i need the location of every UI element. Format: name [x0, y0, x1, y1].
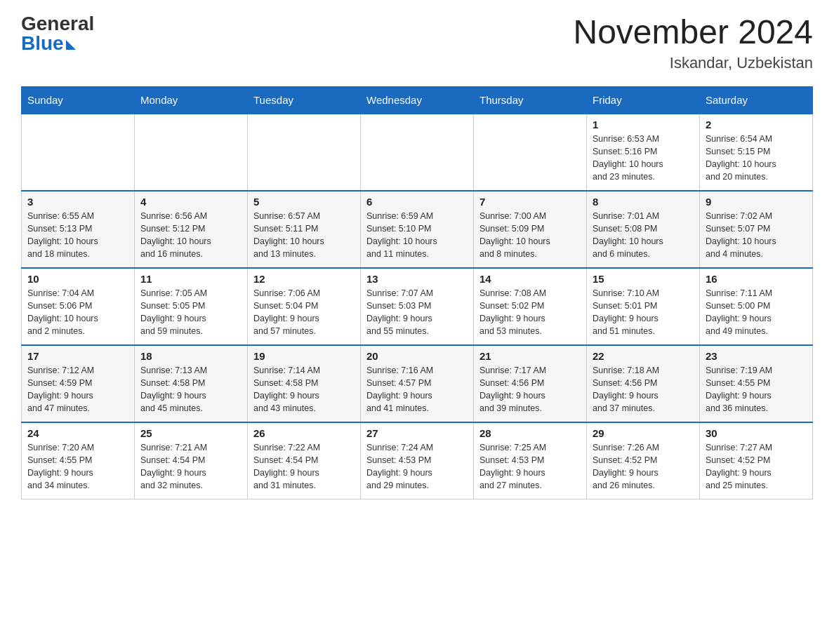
calendar-cell: 5Sunrise: 6:57 AMSunset: 5:11 PMDaylight…	[248, 191, 361, 268]
title-section: November 2024 Iskandar, Uzbekistan	[573, 14, 813, 72]
day-info: Sunrise: 7:01 AMSunset: 5:08 PMDaylight:…	[593, 210, 694, 261]
day-number: 1	[593, 119, 694, 130]
day-info: Sunrise: 7:11 AMSunset: 5:00 PMDaylight:…	[706, 287, 807, 338]
calendar-cell: 4Sunrise: 6:56 AMSunset: 5:12 PMDaylight…	[135, 191, 248, 268]
day-info: Sunrise: 7:08 AMSunset: 5:02 PMDaylight:…	[479, 287, 581, 338]
calendar-cell: 26Sunrise: 7:22 AMSunset: 4:54 PMDayligh…	[248, 422, 361, 499]
calendar-cell: 30Sunrise: 7:27 AMSunset: 4:52 PMDayligh…	[700, 422, 813, 499]
calendar-cell: 7Sunrise: 7:00 AMSunset: 5:09 PMDaylight…	[474, 191, 587, 268]
day-info: Sunrise: 7:10 AMSunset: 5:01 PMDaylight:…	[593, 287, 694, 338]
day-info: Sunrise: 7:04 AMSunset: 5:06 PMDaylight:…	[27, 287, 128, 338]
calendar-cell: 24Sunrise: 7:20 AMSunset: 4:55 PMDayligh…	[22, 422, 135, 499]
day-info: Sunrise: 7:16 AMSunset: 4:57 PMDaylight:…	[366, 364, 468, 415]
day-number: 10	[27, 273, 128, 285]
day-number: 2	[706, 119, 807, 130]
header-wednesday: Wednesday	[361, 86, 474, 114]
calendar-table: Sunday Monday Tuesday Wednesday Thursday…	[21, 86, 813, 500]
day-info: Sunrise: 7:18 AMSunset: 4:56 PMDaylight:…	[593, 364, 694, 415]
calendar-cell: 23Sunrise: 7:19 AMSunset: 4:55 PMDayligh…	[700, 345, 813, 422]
day-number: 9	[706, 196, 807, 208]
day-number: 12	[253, 273, 355, 285]
calendar-cell: 21Sunrise: 7:17 AMSunset: 4:56 PMDayligh…	[474, 345, 587, 422]
day-number: 3	[27, 196, 128, 208]
calendar-cell: 25Sunrise: 7:21 AMSunset: 4:54 PMDayligh…	[135, 422, 248, 499]
calendar-cell: 22Sunrise: 7:18 AMSunset: 4:56 PMDayligh…	[587, 345, 700, 422]
calendar-cell: 8Sunrise: 7:01 AMSunset: 5:08 PMDaylight…	[587, 191, 700, 268]
header-friday: Friday	[587, 86, 700, 114]
header-saturday: Saturday	[700, 86, 813, 114]
day-info: Sunrise: 6:56 AMSunset: 5:12 PMDaylight:…	[140, 210, 241, 261]
day-number: 11	[140, 273, 241, 285]
day-number: 17	[27, 350, 128, 362]
day-number: 22	[593, 350, 694, 362]
header-tuesday: Tuesday	[248, 86, 361, 114]
day-info: Sunrise: 7:14 AMSunset: 4:58 PMDaylight:…	[253, 364, 355, 415]
day-number: 16	[706, 273, 807, 285]
logo-general-text: General	[21, 14, 94, 34]
calendar-cell: 2Sunrise: 6:54 AMSunset: 5:15 PMDaylight…	[700, 114, 813, 191]
calendar-cell: 11Sunrise: 7:05 AMSunset: 5:05 PMDayligh…	[135, 268, 248, 345]
header-thursday: Thursday	[474, 86, 587, 114]
day-number: 20	[366, 350, 468, 362]
header-monday: Monday	[135, 86, 248, 114]
location-subtitle: Iskandar, Uzbekistan	[573, 54, 813, 72]
day-info: Sunrise: 7:17 AMSunset: 4:56 PMDaylight:…	[479, 364, 581, 415]
calendar-cell: 14Sunrise: 7:08 AMSunset: 5:02 PMDayligh…	[474, 268, 587, 345]
day-number: 30	[706, 427, 807, 439]
day-info: Sunrise: 6:55 AMSunset: 5:13 PMDaylight:…	[27, 210, 128, 261]
week-row-2: 3Sunrise: 6:55 AMSunset: 5:13 PMDaylight…	[22, 191, 813, 268]
day-info: Sunrise: 7:00 AMSunset: 5:09 PMDaylight:…	[479, 210, 581, 261]
day-info: Sunrise: 6:57 AMSunset: 5:11 PMDaylight:…	[253, 210, 355, 261]
calendar-cell: 17Sunrise: 7:12 AMSunset: 4:59 PMDayligh…	[22, 345, 135, 422]
day-number: 26	[253, 427, 355, 439]
day-info: Sunrise: 7:20 AMSunset: 4:55 PMDaylight:…	[27, 441, 128, 492]
calendar-cell: 19Sunrise: 7:14 AMSunset: 4:58 PMDayligh…	[248, 345, 361, 422]
day-number: 6	[366, 196, 468, 208]
logo-triangle-icon	[66, 40, 76, 50]
day-number: 23	[706, 350, 807, 362]
calendar-cell	[474, 114, 587, 191]
day-number: 8	[593, 196, 694, 208]
calendar-cell: 15Sunrise: 7:10 AMSunset: 5:01 PMDayligh…	[587, 268, 700, 345]
day-info: Sunrise: 7:24 AMSunset: 4:53 PMDaylight:…	[366, 441, 468, 492]
weekday-header-row: Sunday Monday Tuesday Wednesday Thursday…	[22, 86, 813, 114]
day-info: Sunrise: 7:06 AMSunset: 5:04 PMDaylight:…	[253, 287, 355, 338]
calendar-cell: 29Sunrise: 7:26 AMSunset: 4:52 PMDayligh…	[587, 422, 700, 499]
day-number: 21	[479, 350, 581, 362]
day-info: Sunrise: 6:59 AMSunset: 5:10 PMDaylight:…	[366, 210, 468, 261]
logo-blue-text: Blue	[21, 34, 64, 53]
calendar-cell: 3Sunrise: 6:55 AMSunset: 5:13 PMDaylight…	[22, 191, 135, 268]
day-info: Sunrise: 7:02 AMSunset: 5:07 PMDaylight:…	[706, 210, 807, 261]
day-number: 14	[479, 273, 581, 285]
logo: General Blue	[21, 14, 94, 53]
calendar-cell	[135, 114, 248, 191]
header-sunday: Sunday	[22, 86, 135, 114]
calendar-cell: 13Sunrise: 7:07 AMSunset: 5:03 PMDayligh…	[361, 268, 474, 345]
day-number: 7	[479, 196, 581, 208]
week-row-5: 24Sunrise: 7:20 AMSunset: 4:55 PMDayligh…	[22, 422, 813, 499]
day-info: Sunrise: 7:05 AMSunset: 5:05 PMDaylight:…	[140, 287, 241, 338]
day-number: 13	[366, 273, 468, 285]
day-info: Sunrise: 7:25 AMSunset: 4:53 PMDaylight:…	[479, 441, 581, 492]
page-header: General Blue November 2024 Iskandar, Uzb…	[21, 14, 813, 72]
calendar-cell	[22, 114, 135, 191]
week-row-1: 1Sunrise: 6:53 AMSunset: 5:16 PMDaylight…	[22, 114, 813, 191]
calendar-cell: 27Sunrise: 7:24 AMSunset: 4:53 PMDayligh…	[361, 422, 474, 499]
day-info: Sunrise: 7:12 AMSunset: 4:59 PMDaylight:…	[27, 364, 128, 415]
day-number: 28	[479, 427, 581, 439]
calendar-cell: 28Sunrise: 7:25 AMSunset: 4:53 PMDayligh…	[474, 422, 587, 499]
calendar-cell	[248, 114, 361, 191]
calendar-cell: 18Sunrise: 7:13 AMSunset: 4:58 PMDayligh…	[135, 345, 248, 422]
day-info: Sunrise: 7:26 AMSunset: 4:52 PMDaylight:…	[593, 441, 694, 492]
calendar-cell: 20Sunrise: 7:16 AMSunset: 4:57 PMDayligh…	[361, 345, 474, 422]
day-number: 24	[27, 427, 128, 439]
day-number: 27	[366, 427, 468, 439]
day-number: 29	[593, 427, 694, 439]
calendar-cell: 1Sunrise: 6:53 AMSunset: 5:16 PMDaylight…	[587, 114, 700, 191]
day-info: Sunrise: 7:27 AMSunset: 4:52 PMDaylight:…	[706, 441, 807, 492]
calendar-cell: 16Sunrise: 7:11 AMSunset: 5:00 PMDayligh…	[700, 268, 813, 345]
calendar-cell: 10Sunrise: 7:04 AMSunset: 5:06 PMDayligh…	[22, 268, 135, 345]
day-number: 25	[140, 427, 241, 439]
day-info: Sunrise: 7:07 AMSunset: 5:03 PMDaylight:…	[366, 287, 468, 338]
month-year-title: November 2024	[573, 14, 813, 51]
